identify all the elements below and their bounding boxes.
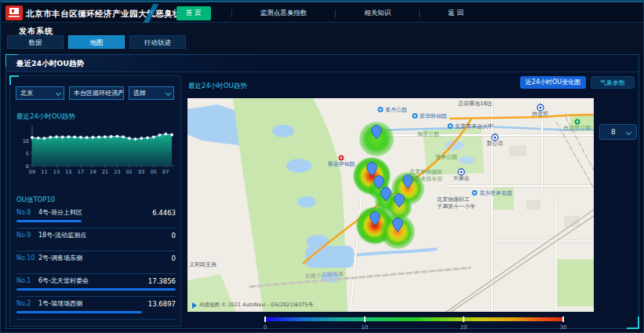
ou-color-scale: 0102030	[265, 317, 563, 321]
svg-text:07: 07	[162, 169, 169, 175]
trend-chart-title: 最近24小时OU趋势	[16, 112, 75, 122]
park-select[interactable]: 丰台区循环经济产	[69, 86, 124, 100]
blue-poi-icon	[472, 190, 478, 196]
site-select-value: 选择	[133, 90, 146, 97]
map-label: 看丹公园	[385, 107, 407, 113]
map-label: 大葆台	[453, 175, 470, 181]
amap-logo-icon	[192, 302, 197, 309]
subway-poi-icon	[492, 134, 498, 141]
ou-list-item[interactable]: No.16号-北天堂村委会17.3856	[16, 274, 176, 297]
map-label: 北京华科国际	[409, 169, 442, 175]
map-label: 总部基地16区	[457, 101, 493, 107]
map-label: 高尔夫俱乐部	[409, 176, 442, 182]
ou-site-name: 4号-筛分上料区	[38, 209, 152, 217]
blue-poi-icon	[413, 113, 418, 119]
colorbar-tick-mark	[264, 317, 266, 322]
subway-poi-icon	[537, 104, 544, 111]
tab-data[interactable]: 数据	[7, 35, 64, 49]
svg-text:5: 5	[26, 151, 29, 157]
map-label: 子弟第十一小学	[437, 203, 475, 210]
panel-title-strip	[6, 55, 639, 72]
green-poi-icon	[575, 119, 580, 125]
ou-top-list: No.84号-筛分上料区6.4463No.918号-流动监测点0No.102号-…	[16, 206, 176, 320]
colorbar-tick-mark	[364, 317, 366, 322]
colorbar-tick-mark	[562, 317, 564, 322]
map-section-title: 最近24小时OU趋势	[188, 82, 247, 91]
chevron-down-icon	[56, 90, 61, 96]
view-tabs: 数据 地图 行动轨迹	[7, 35, 186, 49]
site-select[interactable]: 选择	[129, 86, 174, 100]
app-frame: 北京市丰台区循环经济产业园大气恶臭状况实时 首 页 监测点恶臭指数 相关知识 返…	[0, 0, 644, 333]
chevron-down-icon	[626, 130, 631, 135]
base-map: 看丹公园新华联锦园总部基地16区御景公园世界公园北京市丰台八中郭公庄白盆窑白盆窑…	[187, 98, 594, 312]
ou-rank: No.8	[16, 209, 38, 217]
subway-poi-icon	[458, 169, 464, 175]
ou-list-item[interactable]: No.21号-填埋场西侧13.6897	[16, 297, 176, 320]
ou-site-name: 2号-调蓄场东侧	[38, 254, 172, 262]
ou-top-title: OU值TOP10	[16, 196, 55, 205]
map-label: 新华联锦园	[420, 112, 447, 119]
tab-trajectory[interactable]: 行动轨迹	[129, 35, 186, 49]
map-copyright: 高德地图 © 2021 AutoNavi - GS(2021)6375号	[192, 302, 313, 309]
nav-separator	[335, 9, 336, 17]
region-select[interactable]: 北京	[16, 86, 64, 100]
hour-select[interactable]: 8	[599, 124, 637, 140]
colorbar-tick-label: 10	[361, 324, 368, 331]
nav-item-odor-index[interactable]: 监测点恶臭指数	[253, 6, 315, 20]
colorbar-tick-label: 20	[460, 324, 468, 331]
colorbar-tick-mark	[463, 317, 464, 322]
svg-text:10: 10	[23, 138, 29, 145]
svg-text:19: 19	[89, 169, 96, 175]
ou-progress-bar	[16, 311, 142, 313]
ou-change-map-button[interactable]: 近24小时OU变化图	[520, 76, 586, 89]
ou-list-item[interactable]: No.84号-筛分上料区6.4463	[16, 206, 176, 229]
nav-item-knowledge[interactable]: 相关知识	[356, 6, 398, 20]
blue-poi-icon	[448, 123, 453, 129]
svg-text:13: 13	[53, 169, 60, 175]
map-label: 郭公庄	[487, 141, 504, 147]
svg-text:03: 03	[138, 169, 144, 175]
ou-site-name: 1号-填埋场西侧	[38, 300, 148, 308]
ou-rank: No.1	[16, 277, 38, 285]
region-select-value: 北京	[20, 90, 33, 97]
ou-rank: No.10	[16, 254, 38, 262]
map-label: 北京市丰台八中	[455, 123, 493, 130]
svg-text:23: 23	[114, 169, 120, 175]
map-label: 紫谷伊甸园	[328, 161, 355, 167]
map-canvas[interactable]: 看丹公园新华联锦园总部基地16区御景公园世界公园北京市丰台八中郭公庄白盆窑白盆窑…	[187, 98, 594, 312]
chevron-down-icon	[166, 90, 171, 96]
hour-select-value: 8	[611, 128, 616, 136]
panel-title: 最近24小时OU趋势	[16, 59, 84, 69]
ou-value: 6.4463	[152, 209, 176, 217]
ou-value: 13.6897	[148, 300, 176, 308]
filter-selects: 北京 丰台区循环经济产 选择	[16, 86, 174, 100]
map-label: 花乡世界名园	[479, 190, 512, 196]
trend-area-chart: 0510091113151719212301030507	[12, 122, 180, 188]
ou-value: 17.3856	[148, 277, 176, 285]
colorbar-tick-label: 0	[264, 324, 267, 331]
ou-list-item[interactable]: No.918号-流动监测点0	[16, 229, 176, 251]
colorbar-tick-label: 30	[560, 324, 567, 331]
svg-text:17: 17	[78, 169, 84, 175]
svg-text:21: 21	[102, 169, 108, 175]
nav-item-home[interactable]: 首 页	[176, 6, 211, 20]
ou-site-name: 6号-北天堂村委会	[38, 277, 148, 285]
map-label: 白盆窑	[533, 111, 549, 117]
app-logo-icon	[5, 5, 23, 20]
map-label: 北京铁路职工	[437, 196, 470, 203]
svg-text:01: 01	[126, 169, 133, 175]
header-bar: 北京市丰台区循环经济产业园大气恶臭状况实时 首 页 监测点恶臭指数 相关知识 返…	[1, 1, 644, 23]
svg-text:15: 15	[65, 169, 71, 175]
svg-text:05: 05	[151, 169, 157, 175]
weather-params-button[interactable]: 气象参数	[591, 76, 635, 89]
svg-text:11: 11	[41, 169, 47, 175]
ou-progress-bar	[16, 220, 82, 222]
tab-map[interactable]: 地图	[68, 35, 125, 49]
ou-list-item[interactable]: No.102号-调蓄场东侧0	[16, 251, 176, 274]
nav-separator	[231, 9, 232, 17]
main-panel: 最近24小时OU趋势 北京 丰台区循环经济产 选择 最近24小时OU趋势 051…	[5, 54, 639, 329]
nav-item-back[interactable]: 返 回	[440, 6, 471, 20]
copyright-text: 高德地图 © 2021 AutoNavi - GS(2021)6375号	[199, 302, 313, 309]
ou-rank: No.2	[16, 300, 38, 308]
subheader-bar: 发布系统 数据 地图 行动轨迹	[1, 23, 644, 54]
